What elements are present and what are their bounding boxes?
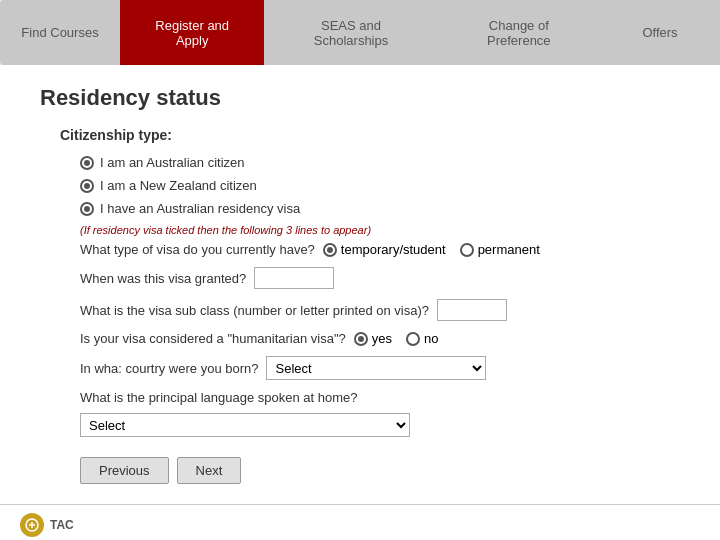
visa-granted-input[interactable] [254, 267, 334, 289]
radio-nz-citizen-label: I am a New Zealand citizen [100, 178, 257, 193]
radio-nz-citizen[interactable] [80, 179, 94, 193]
humanitarian-visa-row: Is your visa considered a "humanitarian … [80, 331, 690, 346]
humanitarian-yes[interactable]: yes [354, 331, 392, 346]
country-birth-select[interactable]: Select [266, 356, 486, 380]
page-title: Residency status [40, 85, 690, 111]
language-select[interactable]: Select [80, 413, 410, 437]
nav-seas-scholarships[interactable]: SEAS and Scholarships [264, 0, 437, 65]
visa-type-permanent-label: permanent [478, 242, 540, 257]
radio-temporary[interactable] [323, 243, 337, 257]
nav-find-courses-label: Find Courses [21, 25, 98, 40]
visa-type-label: What type of visa do you currently have? [80, 242, 315, 257]
footer: TAC [0, 504, 720, 540]
visa-granted-label: When was this visa granted? [80, 271, 246, 286]
previous-button[interactable]: Previous [80, 457, 169, 484]
visa-type-option-permanent[interactable]: permanent [460, 242, 540, 257]
main-content: Residency status Citizenship type: I am … [0, 65, 720, 504]
visa-granted-row: When was this visa granted? [80, 267, 690, 289]
visa-type-row: What type of visa do you currently have?… [80, 242, 690, 257]
humanitarian-yes-label: yes [372, 331, 392, 346]
nav-find-courses[interactable]: Find Courses [0, 0, 120, 65]
visa-type-option-temporary[interactable]: temporary/student [323, 242, 446, 257]
humanitarian-label: Is your visa considered a "humanitarian … [80, 331, 346, 346]
logo-icon [25, 518, 39, 532]
citizenship-option-1[interactable]: I am an Australian citizen [80, 155, 690, 170]
radio-permanent[interactable] [460, 243, 474, 257]
visa-type-temporary-label: temporary/student [341, 242, 446, 257]
conditional-note: (If residency visa ticked then the follo… [80, 224, 690, 236]
footer-logo-text: TAC [50, 518, 74, 532]
visa-subclass-row: What is the visa sub class (number or le… [80, 299, 690, 321]
buttons-row: Previous Next [80, 457, 690, 484]
language-row: What is the principal language spoken at… [80, 390, 690, 437]
citizenship-option-3[interactable]: I have an Australian residency visa [80, 201, 690, 216]
country-birth-row: In wha: courtry were you born? Select [80, 356, 690, 380]
humanitarian-no-label: no [424, 331, 438, 346]
next-button[interactable]: Next [177, 457, 242, 484]
visa-subclass-label: What is the visa sub class (number or le… [80, 303, 429, 318]
nav-change-preference[interactable]: Change of Preference [438, 0, 600, 65]
navigation-bar: Find Courses Register and Apply SEAS and… [0, 0, 720, 65]
nav-seas-scholarships-label: SEAS and Scholarships [282, 18, 419, 48]
radio-australian-citizen[interactable] [80, 156, 94, 170]
nav-register-apply-label: Register and Apply [138, 18, 246, 48]
radio-humanitarian-yes[interactable] [354, 332, 368, 346]
humanitarian-no[interactable]: no [406, 331, 438, 346]
visa-subclass-input[interactable] [437, 299, 507, 321]
radio-australian-citizen-label: I am an Australian citizen [100, 155, 245, 170]
radio-humanitarian-no[interactable] [406, 332, 420, 346]
country-birth-label: In wha: courtry were you born? [80, 361, 258, 376]
logo-circle-icon [20, 513, 44, 537]
radio-residency-visa[interactable] [80, 202, 94, 216]
citizenship-option-2[interactable]: I am a New Zealand citizen [80, 178, 690, 193]
nav-offers-label: Offers [642, 25, 677, 40]
radio-residency-visa-label: I have an Australian residency visa [100, 201, 300, 216]
footer-logo: TAC [20, 513, 74, 537]
citizenship-section-title: Citizenship type: [60, 127, 690, 143]
nav-offers[interactable]: Offers [600, 0, 720, 65]
nav-register-apply[interactable]: Register and Apply [120, 0, 264, 65]
nav-change-preference-label: Change of Preference [456, 18, 582, 48]
language-label: What is the principal language spoken at… [80, 390, 358, 405]
